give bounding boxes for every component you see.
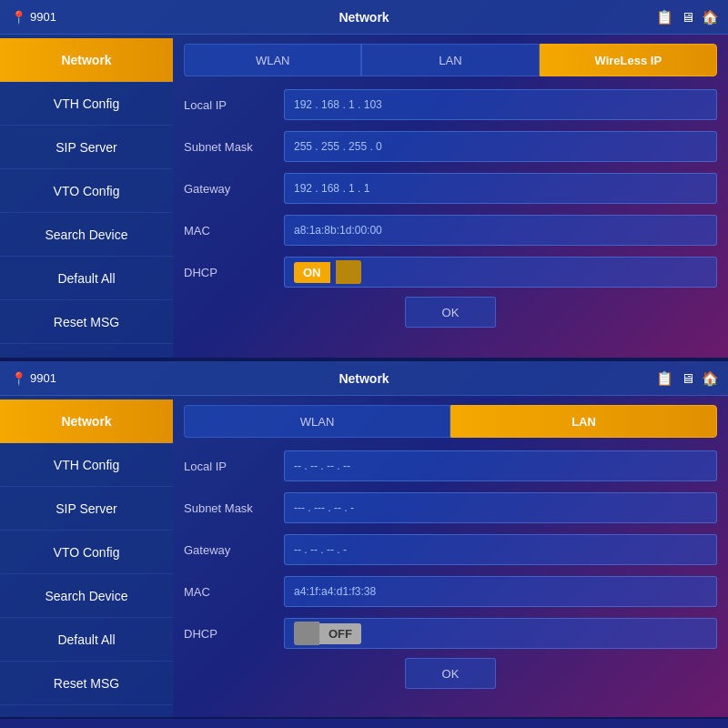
gateway-input-2[interactable]: -- . -- . -- . -: [284, 534, 717, 565]
sidebar-item-default-2[interactable]: Default All: [0, 618, 173, 662]
main-content-1: WLAN LAN WireLess IP Local IP 192 . 168 …: [173, 35, 728, 358]
sidebar-item-vth-1[interactable]: VTH Config: [0, 82, 173, 126]
ok-button-1[interactable]: OK: [405, 297, 496, 328]
local-ip-input-2[interactable]: -- . -- . -- . --: [284, 450, 717, 481]
tab-lan-2[interactable]: LAN: [450, 405, 717, 438]
tab-wlan-label-2: WLAN: [300, 415, 335, 429]
sidebar-item-default-1[interactable]: Default All: [0, 257, 173, 300]
sidebar-item-network-1[interactable]: Network: [0, 38, 173, 82]
sidebar-item-sip-1[interactable]: SIP Server: [0, 126, 173, 169]
sidebar-item-vto-1[interactable]: VTO Config: [0, 169, 173, 213]
local-ip-label-2: Local IP: [184, 460, 284, 473]
title-bar-2: 📍 9901 Network 📋 🖥 🏠: [0, 361, 728, 396]
gateway-input-1[interactable]: 192 . 168 . 1 . 1: [284, 173, 717, 204]
panel-title-2: Network: [339, 371, 389, 386]
sidebar-label-network-2: Network: [61, 414, 111, 429]
sidebar-label-default-2: Default All: [57, 632, 115, 647]
local-ip-value-1: 192 . 168 . 1 . 103: [294, 98, 382, 111]
mac-label-2: MAC: [184, 585, 284, 599]
sidebar-item-vto-2[interactable]: VTO Config: [0, 531, 173, 574]
tab-wlan-2[interactable]: WLAN: [184, 405, 450, 438]
subnet-row-2: Subnet Mask --- . --- . -- . -: [184, 490, 717, 525]
sidebar-label-search-2: Search Device: [45, 589, 127, 603]
subnet-row-1: Subnet Mask 255 . 255 . 255 . 0: [184, 129, 717, 164]
tab-wlan-1[interactable]: WLAN: [184, 44, 361, 76]
sidebar-item-search-1[interactable]: Search Device: [0, 213, 173, 257]
monitor-icon-1[interactable]: 🖥: [681, 9, 694, 25]
subnet-input-1[interactable]: 255 . 255 . 255 . 0: [284, 131, 717, 162]
subnet-input-2[interactable]: --- . --- . -- . -: [284, 492, 717, 523]
sidebar-item-reset-2[interactable]: Reset MSG: [0, 662, 173, 705]
gateway-value-2: -- . -- . -- . -: [294, 543, 347, 556]
dhcp-row-2: DHCP OFF: [184, 616, 717, 651]
sidebar-label-vto-1: VTO Config: [54, 184, 120, 198]
panel-1: 📍 9901 Network 📋 🖥 🏠 Network VTH Config …: [0, 0, 728, 359]
house-icon-2[interactable]: 🏠: [702, 370, 719, 387]
dhcp-label-1: DHCP: [184, 266, 284, 279]
tab-wireless-1[interactable]: WireLess IP: [540, 44, 717, 76]
sidebar-item-reset-1[interactable]: Reset MSG: [0, 300, 173, 344]
clipboard-icon-1[interactable]: 📋: [656, 9, 673, 25]
mac-label-1: MAC: [184, 224, 284, 238]
device-id-text-1: 9901: [30, 10, 56, 24]
toggle-on-label-1[interactable]: ON: [294, 262, 330, 283]
mac-input-2: a4:1f:a4:d1:f3:38: [284, 576, 717, 607]
sidebar-label-vto-2: VTO Config: [54, 545, 120, 560]
titlebar-icons-1: 📋 🖥 🏠: [656, 9, 719, 25]
tab-row-1: WLAN LAN WireLess IP: [184, 44, 717, 76]
sidebar-label-network-1: Network: [61, 53, 111, 67]
panel-title-1: Network: [339, 10, 389, 25]
title-bar-1: 📍 9901 Network 📋 🖥 🏠: [0, 0, 728, 35]
gateway-row-2: Gateway -- . -- . -- . -: [184, 532, 717, 567]
tab-row-2: WLAN LAN: [184, 405, 717, 438]
device-id-1: 📍 9901: [11, 10, 56, 25]
subnet-value-2: --- . --- . -- . -: [294, 501, 354, 514]
dhcp-toggle-off-2[interactable]: OFF: [294, 622, 361, 645]
device-id-2: 📍 9901: [11, 371, 56, 386]
ok-label-1: OK: [442, 306, 460, 319]
subnet-label-1: Subnet Mask: [184, 140, 284, 154]
sidebar-label-reset-2: Reset MSG: [54, 676, 119, 691]
house-icon-1[interactable]: 🏠: [702, 9, 719, 25]
ok-row-1: OK: [184, 297, 717, 328]
sidebar-item-vth-2[interactable]: VTH Config: [0, 443, 173, 487]
toggle-on-square-1[interactable]: [336, 260, 361, 284]
ok-button-2[interactable]: OK: [405, 658, 496, 689]
monitor-icon-2[interactable]: 🖥: [681, 370, 694, 386]
local-ip-row-2: Local IP -- . -- . -- . --: [184, 449, 717, 483]
sidebar-label-vth-2: VTH Config: [54, 458, 119, 472]
panel-2: 📍 9901 Network 📋 🖥 🏠 Network VTH Config …: [0, 359, 728, 719]
mac-input-1: a8:1a:8b:1d:00:00: [284, 215, 717, 246]
tab-lan-label-1: LAN: [439, 54, 461, 67]
mac-row-2: MAC a4:1f:a4:d1:f3:38: [184, 574, 717, 609]
local-ip-label-1: Local IP: [184, 98, 284, 112]
dhcp-input-1[interactable]: ON: [284, 257, 717, 288]
sidebar-label-reset-1: Reset MSG: [54, 315, 119, 329]
gateway-row-1: Gateway 192 . 168 . 1 . 1: [184, 171, 717, 206]
sidebar-label-sip-1: SIP Server: [56, 140, 116, 155]
sidebar-2: Network VTH Config SIP Server VTO Config…: [0, 396, 173, 717]
subnet-label-2: Subnet Mask: [184, 501, 284, 515]
local-ip-value-2: -- . -- . -- . --: [294, 460, 350, 472]
local-ip-row-1: Local IP 192 . 168 . 1 . 103: [184, 87, 717, 122]
sidebar-item-network-2[interactable]: Network: [0, 399, 173, 443]
clipboard-icon-2[interactable]: 📋: [656, 370, 673, 387]
sidebar-item-search-2[interactable]: Search Device: [0, 574, 173, 618]
sidebar-label-vth-1: VTH Config: [54, 96, 119, 111]
device-id-text-2: 9901: [30, 371, 56, 385]
gateway-label-2: Gateway: [184, 543, 284, 557]
sidebar-item-sip-2[interactable]: SIP Server: [0, 487, 173, 531]
gateway-value-1: 192 . 168 . 1 . 1: [294, 182, 369, 195]
tab-wireless-label-1: WireLess IP: [595, 54, 662, 67]
dhcp-toggle-on-1[interactable]: ON: [294, 260, 361, 284]
tab-lan-1[interactable]: LAN: [361, 44, 539, 76]
toggle-off-square-2[interactable]: [294, 622, 319, 645]
toggle-off-label-2[interactable]: OFF: [319, 623, 361, 644]
titlebar-icons-2: 📋 🖥 🏠: [656, 370, 719, 387]
tab-wlan-label-1: WLAN: [256, 54, 290, 67]
local-ip-input-1[interactable]: 192 . 168 . 1 . 103: [284, 89, 717, 120]
sidebar-label-sip-2: SIP Server: [56, 501, 116, 516]
main-content-2: WLAN LAN Local IP -- . -- . -- . -- Subn…: [173, 396, 728, 717]
dhcp-input-2[interactable]: OFF: [284, 618, 717, 649]
ok-row-2: OK: [184, 658, 717, 689]
